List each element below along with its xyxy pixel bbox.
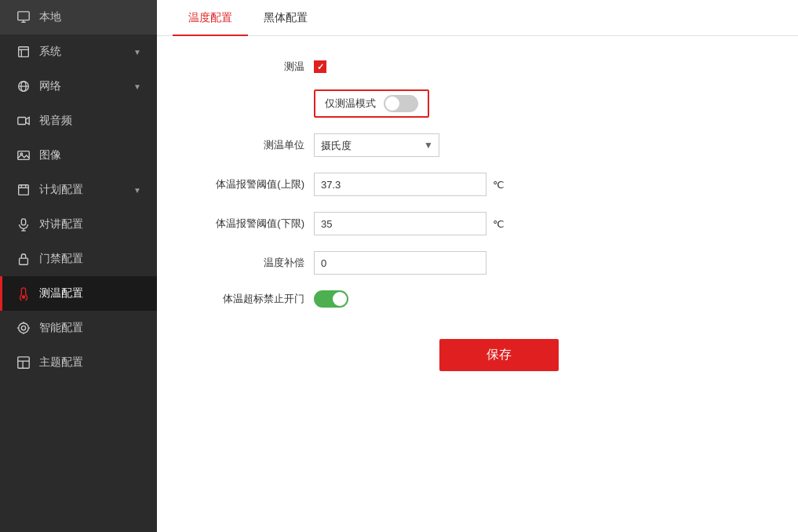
svg-rect-17 bbox=[21, 219, 25, 225]
sidebar-item-intercom[interactable]: 对讲配置 bbox=[0, 207, 157, 242]
over-temp-row: 体温超标禁止开门 bbox=[188, 290, 767, 308]
sidebar-item-video[interactable]: 视音频 bbox=[0, 104, 157, 138]
form-content: 测温 仅测温模式 测温单位 摄氏度 华氏度 bbox=[157, 36, 798, 532]
smart-icon bbox=[16, 320, 31, 336]
sidebar-item-system[interactable]: 系统 ▼ bbox=[0, 35, 157, 69]
svg-rect-0 bbox=[18, 12, 29, 20]
system-arrow-icon: ▼ bbox=[133, 48, 141, 56]
upper-threshold-unit: ℃ bbox=[493, 179, 505, 191]
sidebar-label-video: 视音频 bbox=[39, 114, 141, 128]
save-row: 保存 bbox=[188, 323, 767, 371]
temp-icon bbox=[16, 286, 31, 301]
over-temp-toggle[interactable] bbox=[314, 290, 348, 308]
sidebar-item-image[interactable]: 图像 bbox=[0, 138, 157, 173]
temp-unit-control: 摄氏度 华氏度 ▼ bbox=[314, 133, 439, 157]
main-content: 温度配置 黑体配置 测温 仅测温模式 测温单位 bbox=[157, 0, 798, 532]
svg-point-21 bbox=[22, 295, 26, 299]
sidebar-item-plan[interactable]: 计划配置 ▼ bbox=[0, 173, 157, 207]
sidebar-label-local: 本地 bbox=[39, 10, 141, 24]
lower-threshold-control: ℃ bbox=[314, 212, 505, 235]
tab-blackbody-config[interactable]: 黑体配置 bbox=[248, 0, 323, 36]
temp-unit-row: 测温单位 摄氏度 华氏度 ▼ bbox=[188, 133, 767, 157]
lower-threshold-label: 体温报警阈值(下限) bbox=[188, 217, 314, 231]
video-icon bbox=[16, 113, 31, 129]
upper-threshold-input[interactable] bbox=[314, 173, 486, 196]
sidebar-item-network[interactable]: 网络 ▼ bbox=[0, 69, 157, 104]
sidebar-item-local[interactable]: 本地 bbox=[0, 0, 157, 35]
network-icon bbox=[16, 78, 31, 94]
temp-measure-row: 测温 bbox=[188, 60, 767, 74]
upper-threshold-control: ℃ bbox=[314, 173, 505, 196]
temp-measure-control bbox=[314, 60, 326, 73]
temp-measure-label: 测温 bbox=[188, 60, 314, 74]
temp-compensation-input[interactable] bbox=[314, 251, 486, 275]
sidebar-label-network: 网络 bbox=[39, 79, 133, 93]
svg-rect-13 bbox=[19, 185, 29, 195]
sidebar-item-theme[interactable]: 主题配置 bbox=[0, 345, 157, 380]
sidebar-label-system: 系统 bbox=[39, 45, 133, 59]
sidebar-item-door[interactable]: 门禁配置 bbox=[0, 242, 157, 276]
temp-compensation-row: 温度补偿 bbox=[188, 251, 767, 275]
svg-rect-28 bbox=[18, 357, 29, 368]
lower-threshold-unit: ℃ bbox=[493, 218, 505, 230]
sidebar-item-smart[interactable]: 智能配置 bbox=[0, 311, 157, 345]
over-temp-control bbox=[314, 290, 348, 308]
temp-unit-label: 测温单位 bbox=[188, 138, 314, 152]
lock-icon bbox=[16, 251, 31, 267]
sidebar-label-door: 门禁配置 bbox=[39, 252, 141, 266]
network-arrow-icon: ▼ bbox=[133, 82, 141, 91]
tab-bar: 温度配置 黑体配置 bbox=[157, 0, 798, 36]
temp-unit-select[interactable]: 摄氏度 华氏度 bbox=[314, 133, 439, 157]
theme-icon bbox=[16, 355, 31, 370]
sidebar: 本地 系统 ▼ 网络 ▼ 视音 bbox=[0, 0, 157, 532]
system-icon bbox=[16, 44, 31, 60]
temp-compensation-control bbox=[314, 251, 486, 275]
svg-rect-11 bbox=[18, 151, 29, 160]
image-icon bbox=[16, 148, 31, 163]
upper-threshold-row: 体温报警阈值(上限) ℃ bbox=[188, 173, 767, 196]
monitor-icon bbox=[16, 9, 31, 25]
sidebar-label-intercom: 对讲配置 bbox=[39, 217, 141, 231]
upper-threshold-label: 体温报警阈值(上限) bbox=[188, 177, 314, 191]
temp-compensation-label: 温度补偿 bbox=[188, 256, 314, 270]
svg-rect-3 bbox=[19, 47, 29, 57]
over-temp-label: 体温超标禁止开门 bbox=[188, 292, 314, 306]
tab-temp-config[interactable]: 温度配置 bbox=[173, 0, 248, 36]
temp-unit-select-wrapper: 摄氏度 华氏度 ▼ bbox=[314, 133, 439, 157]
sidebar-label-theme: 主题配置 bbox=[39, 355, 141, 370]
plan-icon bbox=[16, 182, 31, 198]
svg-rect-20 bbox=[20, 258, 28, 264]
svg-point-22 bbox=[21, 326, 25, 330]
sidebar-item-temp[interactable]: 测温配置 bbox=[0, 276, 157, 311]
lower-threshold-input[interactable] bbox=[314, 212, 486, 235]
temp-measure-checkbox[interactable] bbox=[314, 60, 326, 73]
svg-rect-9 bbox=[18, 118, 26, 125]
save-button[interactable]: 保存 bbox=[439, 339, 559, 371]
temp-mode-control: 仅测温模式 bbox=[314, 89, 429, 118]
sidebar-label-temp: 测温配置 bbox=[39, 286, 141, 301]
temp-mode-label: 仅测温模式 bbox=[325, 97, 376, 111]
sidebar-label-smart: 智能配置 bbox=[39, 321, 141, 335]
plan-arrow-icon: ▼ bbox=[133, 186, 141, 195]
mic-icon bbox=[16, 217, 31, 232]
svg-point-23 bbox=[19, 323, 29, 333]
temp-mode-row: 仅测温模式 bbox=[188, 89, 767, 118]
sidebar-label-plan: 计划配置 bbox=[39, 183, 133, 197]
lower-threshold-row: 体温报警阈值(下限) ℃ bbox=[188, 212, 767, 235]
sidebar-label-image: 图像 bbox=[39, 148, 141, 162]
temp-mode-toggle[interactable] bbox=[384, 95, 418, 112]
temp-mode-highlight-box: 仅测温模式 bbox=[314, 89, 429, 118]
